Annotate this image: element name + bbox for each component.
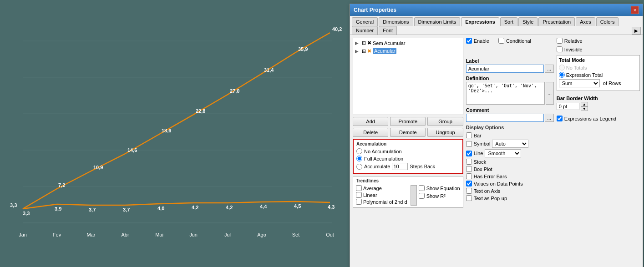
- delete-button[interactable]: Delete: [353, 128, 388, 137]
- total-expression-radio[interactable]: [559, 72, 565, 78]
- display-line-select[interactable]: Smooth: [485, 149, 521, 157]
- svg-text:Jun: Jun: [189, 232, 198, 237]
- definition-expand-button[interactable]: ...: [546, 82, 554, 105]
- tab-expressions[interactable]: Expressions: [461, 17, 499, 26]
- middle-panel: Enable Conditional Label ... Definition: [466, 38, 554, 264]
- expression-tree[interactable]: ▶ ⊞ ✖ Sem Acumular ▶ ⊞ ✖ Acumular: [353, 38, 463, 115]
- svg-text:27,0: 27,0: [230, 88, 239, 94]
- definition-field-label: Definition: [466, 76, 554, 81]
- trendlines-box: Trendlines Average Linear Po: [353, 176, 463, 208]
- display-line-label: Line: [474, 151, 483, 156]
- bar-border-up[interactable]: ▲: [581, 102, 588, 106]
- label-input[interactable]: [466, 65, 544, 73]
- display-line-row: Line Smooth: [466, 149, 554, 157]
- radio-accumulate-input[interactable]: [356, 164, 362, 170]
- comment-field-label: Comment: [466, 107, 554, 113]
- display-values-label: Values on Data Points: [474, 181, 523, 186]
- bar-border-spinner: ▲ ▼: [581, 102, 588, 111]
- display-errorbars-check[interactable]: [466, 173, 472, 179]
- tab-sort[interactable]: Sort: [500, 17, 517, 26]
- bar-border-down[interactable]: ▼: [581, 106, 588, 111]
- label-expand-button[interactable]: ...: [545, 65, 554, 73]
- svg-text:4,3: 4,3: [328, 204, 335, 210]
- tab-dimensions[interactable]: Dimensions: [379, 17, 413, 26]
- trendlines-scrollbar[interactable]: [411, 185, 417, 206]
- tab-dimension-limits[interactable]: Dimension Limits: [414, 17, 461, 26]
- invisible-checkbox[interactable]: [557, 46, 563, 52]
- tree-icon-4: ✖: [367, 48, 371, 54]
- bar-border-input[interactable]: [557, 103, 579, 110]
- svg-text:Fev: Fev: [53, 232, 61, 237]
- display-values-check[interactable]: [466, 181, 472, 186]
- label-field-label: Label: [466, 58, 554, 64]
- enable-row: Enable: [466, 38, 489, 44]
- tab-presentation[interactable]: Presentation: [538, 17, 575, 26]
- demote-button[interactable]: Demote: [390, 128, 426, 137]
- definition-textarea[interactable]: go', 'Set', 'Out', 'Nov', 'Dez'>...: [466, 82, 545, 105]
- tree-item-acumular[interactable]: ▶ ⊞ ✖ Acumular: [354, 47, 462, 55]
- tab-style[interactable]: Style: [518, 17, 538, 26]
- comment-expand-button[interactable]: ...: [545, 114, 554, 122]
- total-sum-select[interactable]: Sum: [559, 79, 600, 87]
- steps-input[interactable]: [392, 163, 408, 170]
- radio-full-accumulation: Full Accumulation: [356, 156, 460, 161]
- tab-general[interactable]: General: [352, 17, 378, 26]
- expressions-legend-check[interactable]: [557, 116, 563, 121]
- of-rows-label: of Rows: [603, 81, 621, 86]
- conditional-checkbox[interactable]: [498, 38, 504, 44]
- display-bar-row: Bar: [466, 132, 554, 138]
- group-button[interactable]: Group: [427, 117, 463, 126]
- display-line-check[interactable]: [466, 151, 472, 156]
- display-symbol-select[interactable]: Auto: [492, 140, 528, 148]
- svg-text:3,3: 3,3: [10, 202, 17, 208]
- relative-checkbox[interactable]: [557, 38, 563, 44]
- promote-button[interactable]: Promote: [390, 117, 426, 126]
- display-textonaxis-row: Text on Axis: [466, 188, 554, 194]
- trend-linear-check[interactable]: [356, 192, 362, 198]
- accumulation-title: Accumulation: [356, 141, 460, 146]
- tree-expand-icon: ▶: [355, 40, 360, 45]
- display-bar-check[interactable]: [466, 132, 472, 138]
- trendlines-content: Average Linear Polynomial of 2nd d: [356, 185, 460, 206]
- display-textpopup-check[interactable]: [466, 195, 472, 201]
- comment-input[interactable]: [466, 114, 544, 122]
- total-mode-box: Total Mode No Totals Expression Total Su…: [557, 55, 640, 91]
- tab-axes[interactable]: Axes: [576, 17, 595, 26]
- display-textonaxis-label: Text on Axis: [474, 188, 501, 194]
- total-no-totals-row: No Totals: [559, 65, 638, 71]
- show-equation-check[interactable]: [419, 185, 425, 191]
- close-button[interactable]: ×: [631, 6, 639, 14]
- tab-colors[interactable]: Colors: [596, 17, 619, 26]
- trend-polynomial-check[interactable]: [356, 199, 362, 205]
- ungroup-button[interactable]: Ungroup: [427, 128, 463, 137]
- display-stock-check[interactable]: [466, 159, 472, 165]
- display-symbol-check[interactable]: [466, 141, 472, 147]
- tab-nav-button[interactable]: ▶: [632, 27, 641, 35]
- svg-text:4,2: 4,2: [192, 205, 198, 210]
- tab-number[interactable]: Number: [352, 26, 378, 35]
- show-r2-check[interactable]: [419, 193, 425, 199]
- radio-no-accumulation-input[interactable]: [356, 148, 362, 154]
- svg-text:Abr: Abr: [121, 232, 129, 237]
- enable-checkbox[interactable]: [466, 38, 472, 44]
- trendlines-options: Show Equation Show R²: [419, 185, 460, 206]
- tree-item-sem-acumular[interactable]: ▶ ⊞ ✖ Sem Acumular: [354, 39, 462, 47]
- display-boxplot-row: Box Plot: [466, 166, 554, 172]
- tab-font[interactable]: Font: [379, 26, 397, 35]
- add-button[interactable]: Add: [353, 117, 388, 126]
- conditional-label: Conditional: [506, 38, 531, 44]
- display-boxplot-check[interactable]: [466, 166, 472, 172]
- total-no-totals-radio[interactable]: [559, 65, 565, 71]
- btn-row-1: Add Promote Group: [353, 117, 463, 126]
- definition-group: Definition go', 'Set', 'Out', 'Nov', 'De…: [466, 76, 554, 105]
- show-r2-label: Show R²: [426, 193, 446, 199]
- trend-average-check[interactable]: [356, 185, 362, 191]
- dialog-titlebar: Chart Properties ×: [350, 4, 643, 16]
- display-textonaxis-check[interactable]: [466, 188, 472, 194]
- svg-text:Out: Out: [326, 232, 334, 237]
- radio-full-accumulation-input[interactable]: [356, 156, 362, 161]
- definition-input-row: go', 'Set', 'Out', 'Nov', 'Dez'>... ...: [466, 82, 554, 105]
- dialog-body: ▶ ⊞ ✖ Sem Acumular ▶ ⊞ ✖ Acumular Add Pr…: [350, 35, 643, 267]
- expressions-legend-row: Expressions as Legend: [557, 116, 640, 121]
- tree-label-acumular: Acumular: [373, 48, 396, 54]
